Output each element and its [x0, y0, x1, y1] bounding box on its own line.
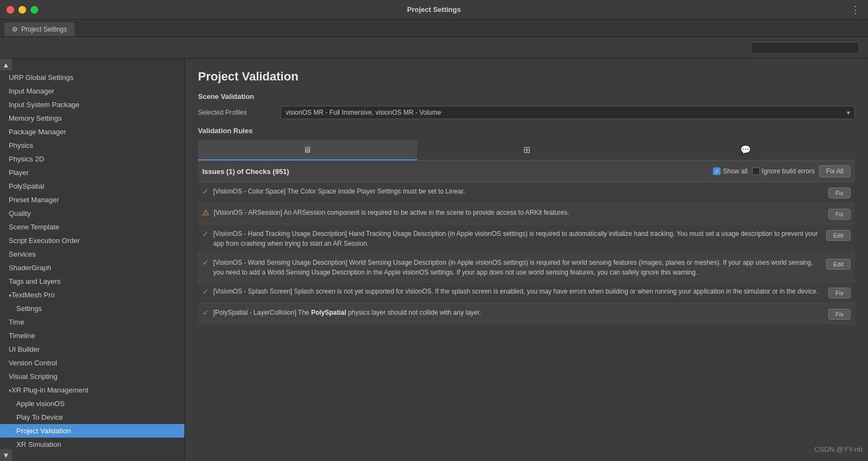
issue-row-layer-collision: ✓[PolySpatial - LayerCollision] The Poly…	[198, 303, 855, 325]
fix-all-button[interactable]: Fix All	[819, 165, 851, 177]
sidebar-item-timeline[interactable]: Timeline	[0, 329, 184, 342]
ignore-build-errors-row[interactable]: Ignore build errors	[752, 167, 815, 175]
sidebar-scroll-up[interactable]: ▲	[0, 59, 12, 71]
check-icon: ✓	[202, 258, 209, 267]
issue-button-arsession[interactable]: Fix	[828, 209, 851, 220]
sidebar-item-label: XR Plug-in Management	[11, 386, 89, 394]
issue-row-hand-tracking: ✓[VisionOS - Hand Tracking Usage Descrip…	[198, 225, 855, 253]
check-icon: ✓	[202, 229, 209, 238]
tab-project-settings[interactable]: ⚙ Project Settings	[4, 22, 75, 36]
sidebar-item-label: ShaderGraph	[9, 264, 51, 272]
issue-button-hand-tracking[interactable]: Edit	[826, 230, 851, 241]
sidebar-item-label: Physics	[9, 141, 33, 149]
sidebar-item-input-manager[interactable]: Input Manager	[0, 84, 184, 98]
minimize-button[interactable]	[18, 6, 26, 14]
sidebar-item-polyspatial[interactable]: PolySpatial	[0, 179, 184, 193]
tab-chat[interactable]: 💬	[636, 140, 855, 160]
sidebar-item-input-system-package[interactable]: Input System Package	[0, 98, 184, 111]
issue-text-arsession: [VisionOS - ARSession] An ARSession comp…	[214, 208, 824, 217]
sidebar-item-play-to-device[interactable]: Play To Device	[0, 410, 184, 424]
sidebar-item-label: Quality	[9, 209, 30, 217]
window-controls	[7, 6, 38, 14]
issue-button-color-space[interactable]: Fix	[828, 188, 851, 198]
sidebar: ▲ URP Global SettingsInput ManagerInput …	[0, 59, 185, 461]
sidebar-item-package-manager[interactable]: Package Manager	[0, 125, 184, 139]
sidebar-item-label: Input Manager	[9, 87, 54, 95]
main-area: ▲ URP Global SettingsInput ManagerInput …	[0, 59, 868, 461]
sidebar-item-project-validation[interactable]: Project Validation	[0, 424, 184, 438]
issue-button-world-sensing[interactable]: Edit	[826, 259, 851, 270]
sidebar-item-label: Memory Settings	[9, 114, 62, 122]
tab-grid[interactable]: ⊞	[417, 140, 636, 160]
tab-label: Project Settings	[21, 26, 67, 33]
sidebar-scroll-down[interactable]: ▼	[0, 449, 12, 461]
sidebar-item-label: Play To Device	[16, 413, 63, 421]
sidebar-item-time[interactable]: Time	[0, 315, 184, 329]
gear-icon: ⚙	[12, 26, 18, 33]
sidebar-item-quality[interactable]: Quality	[0, 207, 184, 220]
sidebar-item-label: Timeline	[9, 332, 35, 340]
sidebar-item-script-execution-order[interactable]: Script Execution Order	[0, 234, 184, 247]
window-title: Project Settings	[407, 5, 461, 14]
sidebar-item-label: PolySpatial	[9, 182, 44, 190]
issues-header: Issues (1) of Checks (951) ✓ Show all Ig…	[198, 161, 855, 182]
sidebar-item-shadergraph[interactable]: ShaderGraph	[0, 261, 184, 275]
sidebar-item-physics-2d[interactable]: Physics 2D	[0, 152, 184, 166]
sidebar-item-ui-builder[interactable]: UI Builder	[0, 342, 184, 356]
sidebar-item-version-control[interactable]: Version Control	[0, 356, 184, 370]
dropdown-arrow-icon: ▼	[846, 110, 851, 116]
maximize-button[interactable]	[30, 6, 38, 14]
sidebar-item-apple-visionos[interactable]: Apple visionOS	[0, 397, 184, 410]
issue-text-hand-tracking: [VisionOS - Hand Tracking Usage Descript…	[213, 229, 822, 248]
dropdown-value: visionOS MR - Full Immersive, visionOS M…	[286, 109, 441, 116]
show-all-checkbox[interactable]: ✓ Show all	[713, 167, 747, 175]
search-wrap: 🔍	[751, 42, 859, 54]
ignore-errors-checkbox[interactable]	[752, 167, 760, 175]
sidebar-item-label: XR Simulation	[16, 440, 61, 448]
menu-icon[interactable]: ⋮	[851, 4, 860, 16]
scene-validation-heading: Scene Validation	[198, 92, 855, 101]
issue-row-color-space: ✓[VisionOS - Color Space] The Color Spac…	[198, 182, 855, 203]
sidebar-item-label: TextMesh Pro	[11, 291, 54, 299]
tab-monitor[interactable]: 🖥	[198, 140, 417, 160]
close-button[interactable]	[7, 6, 14, 14]
issue-row-world-sensing: ✓[VisionOS - World Sensing Usage Descrip…	[198, 253, 855, 282]
check-icon: ✓	[202, 186, 209, 196]
sidebar-item-label: Scene Template	[9, 223, 59, 231]
search-input[interactable]	[751, 42, 859, 54]
warning-icon: ⚠	[202, 208, 209, 217]
issue-bold-word: PolySpatial	[311, 309, 346, 316]
issues-list: ✓[VisionOS - Color Space] The Color Spac…	[198, 182, 855, 325]
issue-text-layer-collision: [PolySpatial - LayerCollision] The PolyS…	[213, 308, 824, 317]
sidebar-item-services[interactable]: Services	[0, 247, 184, 261]
sidebar-item-textmesh-settings[interactable]: Settings	[0, 302, 184, 315]
sidebar-item-preset-manager[interactable]: Preset Manager	[0, 193, 184, 207]
sidebar-item-xr-simulation[interactable]: XR Simulation	[0, 438, 184, 451]
sidebar-item-xr-plug-in[interactable]: ▾XR Plug-in Management	[0, 383, 184, 397]
sidebar-item-label: Version Control	[9, 359, 57, 367]
sidebar-item-label: Apple visionOS	[16, 400, 65, 408]
issue-text-world-sensing: [VisionOS - World Sensing Usage Descript…	[213, 258, 822, 277]
sidebar-item-scene-template[interactable]: Scene Template	[0, 220, 184, 234]
sidebar-item-label: Services	[9, 250, 36, 258]
sidebar-item-label: Script Execution Order	[9, 236, 80, 245]
sidebar-item-player[interactable]: Player	[0, 166, 184, 179]
sidebar-item-label: Visual Scripting	[9, 372, 57, 381]
selected-profiles-dropdown[interactable]: visionOS MR - Full Immersive, visionOS M…	[281, 106, 855, 119]
tab-bar: ⚙ Project Settings	[0, 20, 868, 37]
sidebar-item-urp-global[interactable]: URP Global Settings	[0, 71, 184, 84]
sidebar-item-visual-scripting[interactable]: Visual Scripting	[0, 370, 184, 383]
sidebar-item-physics[interactable]: Physics	[0, 139, 184, 152]
ignore-build-errors-label: Ignore build errors	[762, 167, 815, 175]
issue-button-layer-collision[interactable]: Fix	[828, 309, 851, 320]
sidebar-item-textmesh-pro[interactable]: ▾TextMesh Pro	[0, 288, 184, 302]
sidebar-item-memory-settings[interactable]: Memory Settings	[0, 111, 184, 125]
sidebar-item-label: UI Builder	[9, 345, 40, 353]
sidebar-item-label: Physics 2D	[9, 155, 44, 163]
issue-text-color-space: [VisionOS - Color Space] The Color Space…	[213, 186, 824, 196]
sidebar-item-tags-and-layers[interactable]: Tags and Layers	[0, 275, 184, 288]
issue-button-splash-screen[interactable]: Fix	[828, 288, 851, 298]
sidebar-item-label: Project Validation	[16, 427, 71, 435]
issue-text-splash-screen: [VisionOS - Splash Screen] Splash screen…	[213, 286, 824, 296]
chat-icon: 💬	[740, 145, 751, 155]
